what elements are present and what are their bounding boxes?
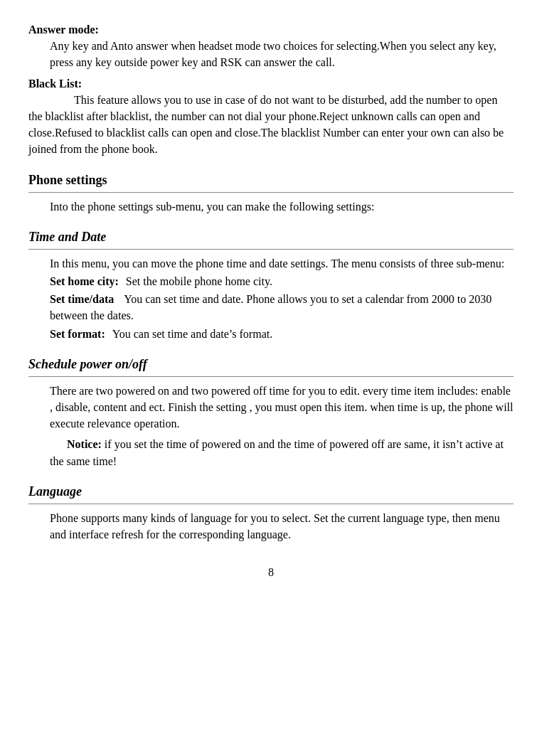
set-format-text: You can set time and date’s format.	[112, 328, 272, 340]
language-text: Phone supports many kinds of language fo…	[50, 510, 514, 543]
set-home-city-label: Set home city:	[50, 275, 119, 287]
notice-text: if you set the time of powered on and th…	[50, 438, 504, 467]
time-and-date-heading: Time and Date	[28, 228, 514, 250]
schedule-power-body: There are two powered on and two powered…	[50, 383, 514, 432]
answer-mode-text: Any key and Anto answer when headset mod…	[50, 38, 514, 70]
answer-mode-label: Answer mode:	[28, 23, 99, 36]
set-format-label: Set format:	[50, 328, 105, 340]
set-time-data-item: Set time/data You can set time and date.…	[50, 291, 514, 324]
schedule-power-section: Schedule power on/off There are two powe…	[28, 355, 514, 469]
blacklist-section: Black List: This feature allows you to u…	[28, 75, 514, 158]
set-format-item: Set format: You can set time and date’s …	[50, 326, 514, 342]
language-section: Language Phone supports many kinds of la…	[28, 482, 514, 543]
blacklist-text: This feature allows you to use in case o…	[28, 92, 514, 158]
time-and-date-section: Time and Date In this menu, you can move…	[28, 228, 514, 342]
phone-settings-heading: Phone settings	[28, 171, 514, 193]
set-home-city-text: Set the mobile phone home city.	[126, 275, 272, 287]
notice-label: Notice:	[67, 438, 102, 450]
set-time-data-label: Set time/data	[50, 293, 114, 305]
phone-settings-section: Phone settings Into the phone settings s…	[28, 171, 514, 215]
schedule-power-notice: Notice: if you set the time of powered o…	[50, 436, 514, 469]
set-time-data-text: You can set time and date. Phone allows …	[50, 293, 491, 321]
page-number: 8	[28, 564, 514, 580]
schedule-power-heading: Schedule power on/off	[28, 355, 514, 377]
set-home-city-item: Set home city: Set the mobile phone home…	[50, 273, 514, 289]
language-heading: Language	[28, 482, 514, 504]
blacklist-label: Black List:	[28, 78, 82, 90]
answer-mode-section: Answer mode: Any key and Anto answer whe…	[28, 21, 514, 71]
time-and-date-intro: In this menu, you can move the phone tim…	[50, 255, 514, 272]
phone-settings-intro: Into the phone settings sub-menu, you ca…	[50, 198, 514, 215]
